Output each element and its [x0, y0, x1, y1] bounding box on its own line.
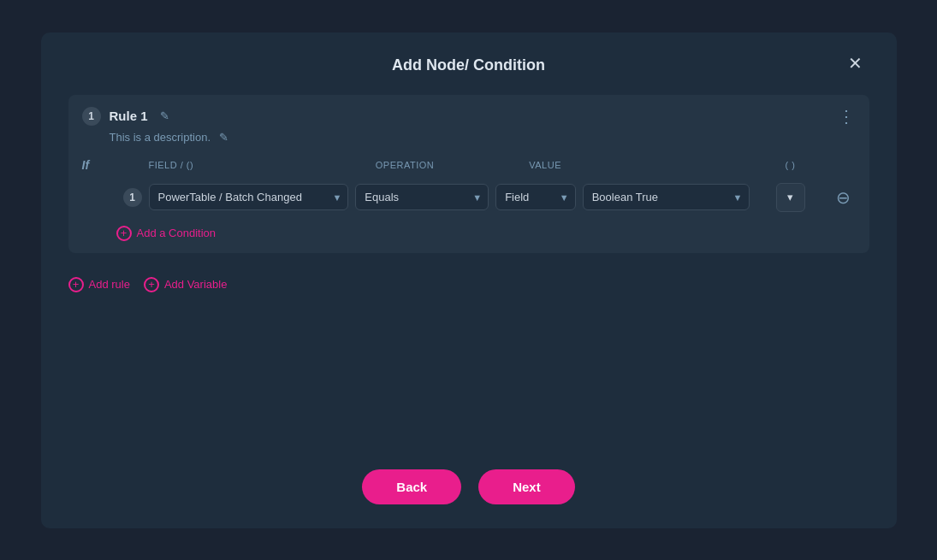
bottom-actions: + Add rule + Add Variable [68, 277, 869, 292]
modal: Add Node/ Condition ✕ 1 Rule 1 ✎ ⋮ This … [41, 32, 897, 528]
operation-header: Operation [376, 160, 523, 170]
rule-card: 1 Rule 1 ✎ ⋮ This is a description. ✎ If… [68, 95, 869, 253]
footer: Back Next [68, 442, 869, 504]
condition-row: 1 PowerTable / Batch Changed ▼ Equals ▼ [82, 180, 856, 215]
value-type-select-wrapper: Field ▼ [495, 184, 576, 210]
field-select-wrapper: PowerTable / Batch Changed ▼ [149, 184, 349, 210]
chevron-down-icon: ▾ [787, 191, 793, 203]
more-icon: ⋮ [838, 107, 856, 126]
modal-header: Add Node/ Condition ✕ [68, 56, 869, 74]
back-button[interactable]: Back [362, 469, 461, 504]
modal-title: Add Node/ Condition [392, 56, 545, 74]
paren-header: ( ) [756, 160, 825, 170]
add-variable-plus-icon: + [144, 277, 159, 292]
paren-down-button[interactable]: ▾ [776, 183, 805, 212]
if-col-header: If [82, 157, 116, 173]
condition-number: 1 [123, 188, 142, 207]
close-icon: ✕ [848, 53, 863, 74]
rule-badge: 1 [82, 107, 101, 126]
field-select[interactable]: PowerTable / Batch Changed [149, 184, 349, 210]
condition-table-header: If FIELD / () Operation Value ( ) [82, 154, 856, 180]
minus-circle-icon: ⊖ [836, 187, 851, 208]
add-condition-button[interactable]: + Add a Condition [116, 226, 216, 241]
add-rule-plus-icon: + [68, 277, 84, 292]
operation-select-wrapper: Equals ▼ [355, 184, 489, 210]
close-button[interactable]: ✕ [842, 50, 869, 77]
rule-more-button[interactable]: ⋮ [838, 108, 856, 125]
remove-condition-button[interactable]: ⊖ [832, 186, 856, 209]
rule-title: Rule 1 [110, 109, 148, 123]
value-select-wrapper: Boolean True ▼ [583, 184, 750, 210]
field-header: FIELD / () [149, 160, 369, 170]
value-type-select[interactable]: Field [495, 184, 576, 210]
add-condition-plus-icon: + [116, 226, 132, 241]
add-variable-button[interactable]: + Add Variable [144, 277, 227, 292]
rule-edit-icon[interactable]: ✎ [160, 109, 169, 122]
rule-header-left: 1 Rule 1 ✎ [82, 107, 169, 126]
value-header: Value [529, 160, 749, 170]
next-button[interactable]: Next [478, 469, 575, 504]
condition-table: If FIELD / () Operation Value ( ) 1 Powe… [82, 154, 856, 241]
rule-header: 1 Rule 1 ✎ ⋮ [82, 107, 856, 126]
description-edit-icon[interactable]: ✎ [219, 131, 228, 144]
paren-group: ▾ [756, 183, 825, 212]
operation-select[interactable]: Equals [355, 184, 489, 210]
add-rule-button[interactable]: + Add rule [68, 277, 130, 292]
rule-description: This is a description. ✎ [110, 131, 856, 144]
value-select[interactable]: Boolean True [583, 184, 750, 210]
if-label: If [82, 158, 90, 172]
